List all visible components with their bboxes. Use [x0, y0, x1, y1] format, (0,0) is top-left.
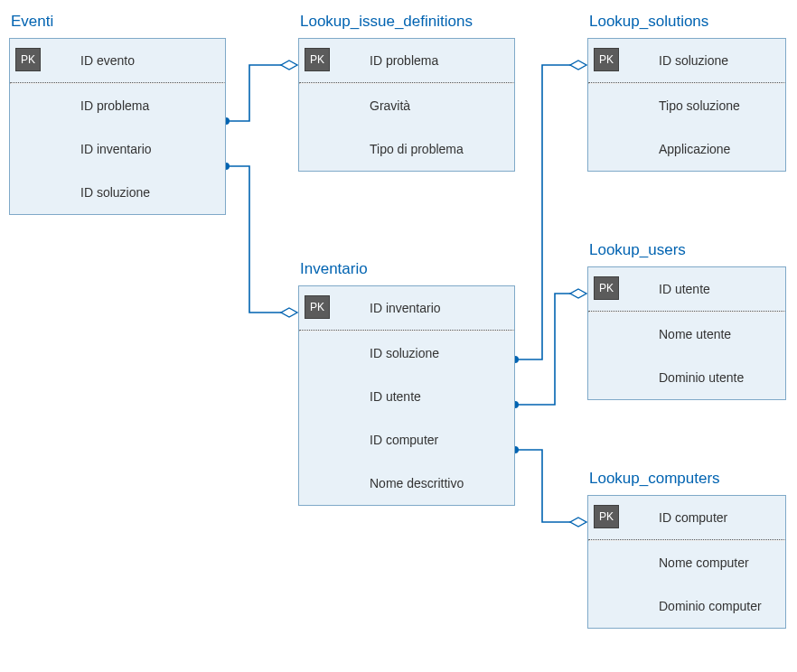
table-row[interactable]: Gravità [299, 84, 514, 127]
field-label: ID computer [641, 510, 785, 525]
table-row[interactable]: PK ID soluzione [588, 39, 785, 82]
field-label: Gravità [352, 98, 514, 113]
pk-badge: PK [15, 48, 41, 71]
table-row[interactable]: Nome utente [588, 313, 785, 356]
table-body: PK ID utente Nome utente Dominio utente [587, 266, 786, 400]
field-label: ID computer [352, 433, 514, 447]
table-body: PK ID soluzione Tipo soluzione Applicazi… [587, 38, 786, 172]
field-label: Nome utente [641, 327, 785, 341]
table-row[interactable]: Tipo soluzione [588, 84, 785, 127]
field-label: Nome descrittivo [352, 476, 514, 490]
table-row[interactable]: ID soluzione [10, 171, 225, 214]
pk-badge: PK [305, 295, 330, 319]
field-label: Dominio utente [641, 370, 785, 385]
field-label: ID evento [62, 53, 225, 68]
field-label: Dominio computer [641, 599, 785, 613]
table-row[interactable]: PK ID computer [588, 496, 785, 539]
table-row[interactable]: ID computer [299, 418, 514, 462]
er-diagram-canvas: Eventi PK ID evento ID problema ID inven… [0, 0, 797, 672]
pk-badge: PK [594, 276, 619, 300]
table-row[interactable]: PK ID utente [588, 267, 785, 311]
table-row[interactable]: Nome computer [588, 541, 785, 584]
pk-badge: PK [594, 48, 619, 71]
table-body: PK ID inventario ID soluzione ID utente … [298, 285, 515, 506]
table-computers[interactable]: Lookup_computers PK ID computer Nome com… [587, 470, 786, 629]
table-row[interactable]: PK ID evento [10, 39, 225, 82]
table-title: Inventario [298, 260, 515, 278]
table-row[interactable]: Applicazione [588, 127, 785, 171]
field-label: ID utente [352, 389, 514, 404]
field-label: ID utente [641, 282, 785, 296]
field-label: ID soluzione [641, 53, 785, 68]
table-row[interactable]: ID problema [10, 84, 225, 127]
table-body: PK ID computer Nome computer Dominio com… [587, 495, 786, 629]
table-issue-definitions[interactable]: Lookup_issue_definitions PK ID problema … [298, 13, 515, 172]
table-row[interactable]: Dominio utente [588, 356, 785, 399]
table-row[interactable]: Dominio computer [588, 584, 785, 628]
pk-badge: PK [305, 48, 330, 71]
table-solutions[interactable]: Lookup_solutions PK ID soluzione Tipo so… [587, 13, 786, 172]
pk-badge: PK [594, 505, 619, 528]
table-row[interactable]: ID utente [299, 375, 514, 418]
field-label: Tipo soluzione [641, 98, 785, 113]
table-row[interactable]: ID soluzione [299, 331, 514, 375]
table-title: Lookup_users [587, 241, 786, 259]
table-body: PK ID problema Gravità Tipo di problema [298, 38, 515, 172]
table-row[interactable]: Tipo di problema [299, 127, 514, 171]
table-title: Lookup_solutions [587, 13, 786, 31]
field-label: Applicazione [641, 142, 785, 156]
field-label: ID problema [352, 53, 514, 68]
field-label: ID soluzione [352, 346, 514, 360]
field-label: ID problema [62, 98, 225, 113]
table-eventi[interactable]: Eventi PK ID evento ID problema ID inven… [9, 13, 226, 215]
table-row[interactable]: PK ID inventario [299, 286, 514, 330]
field-label: Nome computer [641, 555, 785, 570]
table-row[interactable]: PK ID problema [299, 39, 514, 82]
table-inventario[interactable]: Inventario PK ID inventario ID soluzione… [298, 260, 515, 506]
table-row[interactable]: ID inventario [10, 127, 225, 171]
table-row[interactable]: Nome descrittivo [299, 462, 514, 505]
table-title: Eventi [9, 13, 226, 31]
table-body: PK ID evento ID problema ID inventario I… [9, 38, 226, 215]
field-label: Tipo di problema [352, 142, 514, 156]
field-label: ID inventario [352, 301, 514, 315]
table-title: Lookup_computers [587, 470, 786, 488]
table-users[interactable]: Lookup_users PK ID utente Nome utente Do… [587, 241, 786, 400]
field-label: ID soluzione [62, 185, 225, 200]
pk-col: PK [10, 39, 62, 82]
table-title: Lookup_issue_definitions [298, 13, 515, 31]
field-label: ID inventario [62, 142, 225, 156]
